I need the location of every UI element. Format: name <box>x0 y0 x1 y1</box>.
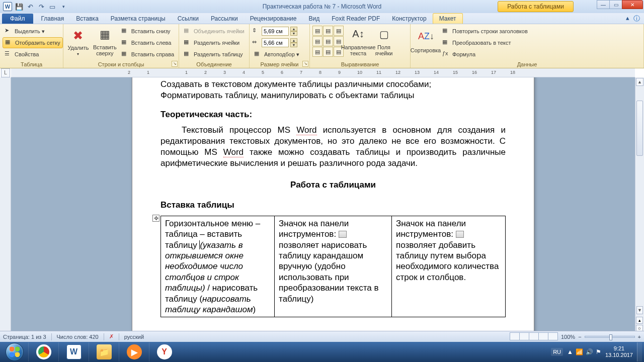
properties-button[interactable]: ☰Свойства <box>3 49 63 60</box>
tab-foxit[interactable]: Foxit Reader PDF <box>326 14 386 24</box>
close-button[interactable]: ✕ <box>622 0 643 9</box>
save-icon[interactable]: 💾 <box>15 3 23 11</box>
col-width-input[interactable] <box>262 38 289 47</box>
table-cell[interactable]: Значок на панели инструментов: позволяет… <box>275 216 392 317</box>
taskbar-word[interactable]: W <box>58 342 89 361</box>
row-height-spinner[interactable]: ⇕▲▼ <box>252 26 301 37</box>
tab-insert[interactable]: Вставка <box>70 14 105 24</box>
undo-icon[interactable]: ↶ <box>26 3 34 11</box>
insert-right-button[interactable]: ▦Вставить справа <box>119 49 176 60</box>
ribbon-help: ▴ ⓘ <box>626 14 640 23</box>
autofit-button[interactable]: ▦Автоподбор ▾ <box>252 49 301 60</box>
align-bc[interactable]: ▤ <box>323 47 333 57</box>
language-indicator[interactable]: RU <box>551 348 563 356</box>
horizontal-ruler[interactable]: 21 123 456 789 101112 131415 161718 <box>11 68 635 77</box>
table-move-handle[interactable]: ✥ <box>152 215 159 222</box>
show-grid-button[interactable]: ▦Отобразить сетку <box>3 37 63 48</box>
table-cell[interactable]: Горизонтальное меню – таблица – вставить… <box>161 216 275 317</box>
align-ml[interactable]: ▤ <box>312 36 323 46</box>
prev-page-button[interactable]: ▴ <box>636 317 643 324</box>
align-tr[interactable]: ▤ <box>334 26 344 36</box>
insert-below-button[interactable]: ▦Вставить снизу <box>119 26 176 37</box>
tab-file[interactable]: Файл <box>2 14 33 24</box>
maximize-button[interactable]: ▭ <box>609 0 622 9</box>
tray-network-icon[interactable]: 📶 <box>576 348 583 355</box>
content-table[interactable]: Горизонтальное меню – таблица – вставить… <box>160 216 506 318</box>
delete-button[interactable]: ✖Удалить▾ <box>66 26 91 59</box>
start-button[interactable] <box>1 342 28 361</box>
taskbar-chrome[interactable] <box>28 342 58 361</box>
new-icon[interactable]: ▭ <box>48 3 56 11</box>
scroll-up-button[interactable]: ▲ <box>636 78 643 86</box>
dialog-launcher[interactable]: ↘ <box>172 61 178 67</box>
spin-down[interactable]: ▼ <box>290 43 297 47</box>
convert-text-button[interactable]: ▦Преобразовать в текст <box>440 37 530 48</box>
formula-button[interactable]: ƒxФормула <box>440 49 530 60</box>
word-count[interactable]: Число слов: 420 <box>57 334 99 340</box>
autofit-icon: ▦ <box>254 50 262 58</box>
taskbar-yandex[interactable]: Y <box>149 342 179 361</box>
tab-design[interactable]: Конструктор <box>386 14 432 24</box>
scroll-down-button[interactable]: ▼ <box>636 306 643 314</box>
taskbar-explorer[interactable]: 📁 <box>89 342 119 361</box>
tab-layout[interactable]: Макет <box>433 13 463 24</box>
clock[interactable]: 9:2113.10.2017 <box>605 345 633 358</box>
insert-left-button[interactable]: ▦Вставить слева <box>119 37 176 48</box>
align-tc[interactable]: ▤ <box>323 26 333 36</box>
select-button[interactable]: ➤Выделить ▾ <box>3 26 63 37</box>
page-status[interactable]: Страница: 1 из 3 <box>3 334 46 340</box>
insert-table-icon <box>456 231 464 238</box>
tray-action-icon[interactable]: ⚑ <box>596 348 601 355</box>
zoom-in-button[interactable]: + <box>638 334 641 340</box>
align-bl[interactable]: ▤ <box>312 47 323 57</box>
tray-flag-icon[interactable]: ▲ <box>567 348 573 355</box>
tab-selector[interactable]: L <box>1 68 10 77</box>
zoom-level[interactable]: 100% <box>561 334 575 340</box>
tab-references[interactable]: Ссылки <box>172 14 205 24</box>
dialog-launcher[interactable]: ↘ <box>302 61 308 67</box>
split-table-button[interactable]: ▦Разделить таблицу <box>182 49 247 60</box>
zoom-out-button[interactable]: − <box>578 334 581 340</box>
taskbar-media[interactable]: ▶ <box>119 342 149 361</box>
table-cell[interactable]: Значок на панели инструментов: позволяет… <box>391 216 505 317</box>
tab-home[interactable]: Главная <box>35 14 70 24</box>
sort-button[interactable]: AZ↓Сортировка <box>413 26 438 59</box>
tray-volume-icon[interactable]: 🔊 <box>586 348 593 355</box>
split-icon: ▦ <box>184 39 192 47</box>
merge-cells-button[interactable]: ▦Объединить ячейки <box>182 26 247 37</box>
vertical-scrollbar[interactable]: ▲ ▼ ▴ ○ ▾ <box>635 77 644 342</box>
language-status[interactable]: русский <box>124 334 144 340</box>
minimize-button[interactable]: — <box>597 0 610 9</box>
insert-above-button[interactable]: ▦Вставить сверху <box>93 26 117 59</box>
spin-up[interactable]: ▲ <box>290 38 297 43</box>
scroll-thumb[interactable] <box>636 101 643 156</box>
cell-margins-button[interactable]: ▢Поля ячейки <box>373 26 395 59</box>
align-tl[interactable]: ▤ <box>312 26 323 36</box>
qat-more-icon[interactable]: ▾ <box>59 3 67 11</box>
proofing-icon[interactable]: ✗ <box>109 333 114 340</box>
zoom-slider[interactable] <box>585 336 635 338</box>
redo-icon[interactable]: ↷ <box>37 3 45 11</box>
delete-icon: ✖ <box>70 29 86 44</box>
minimize-ribbon-icon[interactable]: ▴ <box>626 14 629 23</box>
help-icon[interactable]: ⓘ <box>633 14 640 23</box>
text-direction-button[interactable]: A↕Направление текста <box>346 26 371 59</box>
alignment-grid[interactable]: ▤▤▤ ▤▤▤ ▤▤▤ <box>312 26 344 57</box>
view-buttons[interactable] <box>510 332 558 341</box>
spin-down[interactable]: ▼ <box>290 31 297 36</box>
spin-up[interactable]: ▲ <box>290 27 297 31</box>
align-mc[interactable]: ▤ <box>323 36 333 46</box>
repeat-header-button[interactable]: ▦Повторить строки заголовков <box>440 26 530 37</box>
tab-review[interactable]: Рецензирование <box>244 14 303 24</box>
vertical-ruler[interactable] <box>0 77 11 342</box>
col-width-spinner[interactable]: ⇔▲▼ <box>252 37 301 48</box>
tab-view[interactable]: Вид <box>302 14 326 24</box>
tab-page-layout[interactable]: Разметка страницы <box>105 14 172 24</box>
page[interactable]: Создавать в текстовом документе таблицы … <box>132 77 534 338</box>
insert-above-icon: ▦ <box>97 28 112 43</box>
show-desktop-button[interactable] <box>637 342 642 361</box>
taskbar: W 📁 ▶ Y RU ▲ 📶 🔊 ⚑ 9:2113.10.2017 <box>0 342 644 362</box>
split-cells-button[interactable]: ▦Разделить ячейки <box>182 37 247 48</box>
row-height-input[interactable] <box>262 27 289 36</box>
tab-mailings[interactable]: Рассылки <box>205 14 244 24</box>
